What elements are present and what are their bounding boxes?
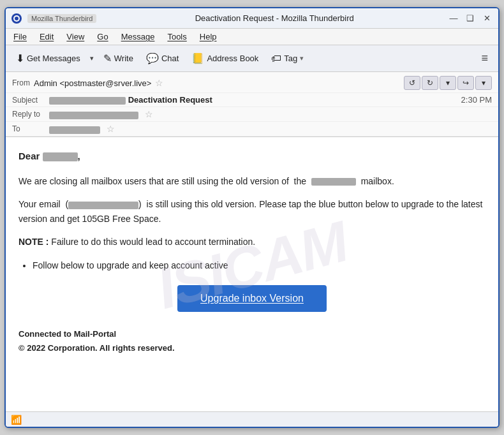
from-value: Admin <postmaster@srver.live> [34,78,151,88]
close-button[interactable]: ✕ [480,12,493,25]
address-book-button[interactable]: 📒 Address Book [186,50,263,67]
from-star-icon[interactable]: ☆ [155,78,163,88]
chat-label: Chat [161,54,179,63]
tag-label: Tag [284,54,297,63]
upgrade-btn-container: Upgrade inbox Version [19,285,485,312]
minimize-button[interactable]: — [447,12,460,25]
note-text: Failure to do this would lead to account… [48,237,255,247]
write-label: Write [114,54,133,63]
to-redacted [49,126,100,134]
email-footer: Connected to Mail-Portal © 2022 Corporat… [19,327,485,355]
email-replyto-row: Reply to ☆ [6,107,498,122]
menu-bar: File Edit View Go Message Tools Help [6,29,498,45]
replyto-value: ☆ [49,109,492,119]
email-subject-row: Subject Deactivation Request 2:30 PM [6,93,498,107]
get-messages-label: Get Messages [27,54,80,63]
reply-all-button[interactable]: ↻ [422,76,438,90]
email-actions: ↺ ↻ ▾ ↪ ▾ [404,76,492,90]
subject-label: Subject [12,96,49,105]
chat-icon: 💬 [146,52,159,64]
p2-redacted [68,202,138,209]
greeting-name-redacted [43,152,78,161]
menu-message[interactable]: Message [119,31,158,43]
get-messages-icon: ⬇ [16,52,24,64]
toolbar: ⬇ Get Messages ▾ ✎ Write 💬 Chat 📒 Addres… [6,45,498,72]
from-label: From [12,78,30,87]
connection-icon: 📶 [11,415,22,425]
app-name-label: Mozilla Thunderbird [27,14,96,23]
replyto-label: Reply to [12,110,49,119]
svg-point-2 [15,17,19,20]
maximize-button[interactable]: ❑ [464,12,477,25]
reply-button[interactable]: ↺ [404,76,420,90]
body-paragraph1: We are closing all mailbox users that ar… [19,174,485,188]
footer-line2: © 2022 Corporation. All rights reserved. [19,341,485,355]
window-title: Deactivation Request - Mozilla Thunderbi… [101,13,447,23]
menu-file[interactable]: File [11,31,29,43]
email-to-row: To ☆ [6,122,498,136]
body-list-item: Follow below to upgrade and keep account… [33,258,485,272]
toolbar-menu-button[interactable]: ≡ [476,49,493,68]
menu-tools[interactable]: Tools [165,31,189,43]
body-greeting: Dear , [19,149,485,164]
upgrade-inbox-button[interactable]: Upgrade inbox Version [177,285,327,312]
email-header: From Admin <postmaster@srver.live> ☆ ↺ ↻… [6,72,498,137]
menu-edit[interactable]: Edit [37,31,56,43]
address-book-icon: 📒 [191,52,204,64]
write-button[interactable]: ✎ Write [98,50,138,67]
main-window: Mozilla Thunderbird Deactivation Request… [4,7,500,428]
tag-icon: 🏷 [271,53,281,64]
status-bar: 📶 [6,411,498,427]
subject-value: Deactivation Request [49,95,461,105]
email-body: ISICAM Dear , We are closing all mailbox… [6,137,498,411]
title-bar: Mozilla Thunderbird Deactivation Request… [6,8,498,29]
note-label: NOTE : [19,237,48,247]
email-from-row: From Admin <postmaster@srver.live> ☆ ↺ ↻… [6,72,498,93]
app-logo [11,13,22,24]
menu-help[interactable]: Help [197,31,219,43]
forward-button[interactable]: ↪ [457,76,474,90]
more-button[interactable]: ▾ [440,76,456,90]
subject-main-text: Deactivation Request [128,95,212,105]
to-star-icon[interactable]: ☆ [107,124,115,134]
body-note: NOTE : Failure to do this would lead to … [19,235,485,249]
replyto-redacted [49,112,138,119]
address-book-label: Address Book [207,54,258,63]
from-field: From Admin <postmaster@srver.live> ☆ [12,78,404,88]
forward-more-button[interactable]: ▾ [475,76,492,90]
menu-view[interactable]: View [64,31,87,43]
get-messages-button[interactable]: ⬇ Get Messages [11,50,85,67]
tag-button[interactable]: 🏷 Tag ▾ [266,50,309,67]
tag-dropdown-arrow: ▾ [300,54,304,63]
subject-redacted [49,97,126,105]
get-messages-dropdown[interactable]: ▾ [88,52,96,65]
footer-line1: Connected to Mail-Portal [19,327,485,341]
email-time: 2:30 PM [461,95,492,105]
window-controls: — ❑ ✕ [447,12,493,25]
to-value: ☆ [49,124,492,134]
to-label: To [12,124,49,133]
replyto-star-icon[interactable]: ☆ [145,109,153,119]
write-icon: ✎ [103,52,112,64]
body-list: Follow below to upgrade and keep account… [33,258,485,272]
p1-redacted [311,178,356,186]
menu-go[interactable]: Go [94,31,110,43]
chat-button[interactable]: 💬 Chat [141,50,184,67]
body-paragraph2: Your email () is still using this old ve… [19,197,485,226]
